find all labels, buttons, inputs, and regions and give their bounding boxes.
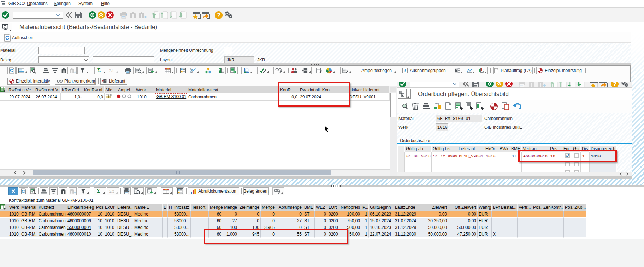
svg-text:?: ? — [217, 12, 220, 18]
svg-text:?: ? — [613, 82, 616, 87]
svg-text:7: 7 — [482, 68, 484, 71]
